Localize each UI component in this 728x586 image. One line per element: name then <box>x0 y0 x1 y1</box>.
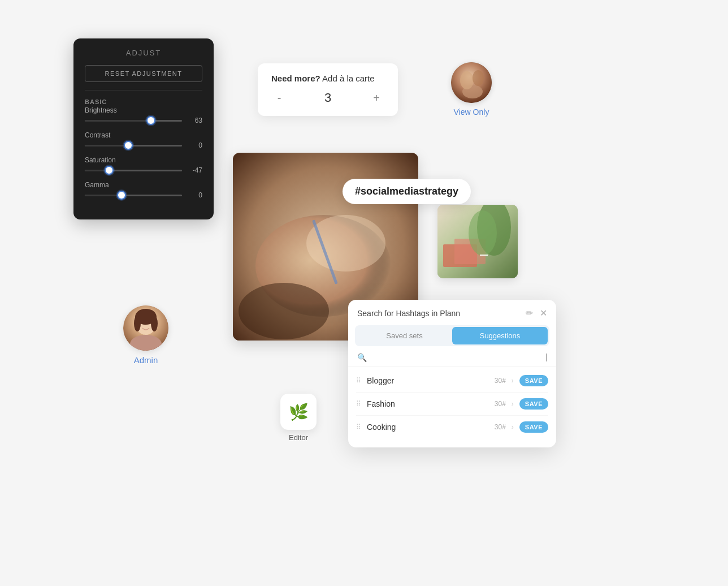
quantity-minus-button[interactable]: - <box>271 90 287 106</box>
contrast-slider-group: Contrast 0 <box>85 131 202 149</box>
hashtag-name-cooking: Cooking <box>367 423 489 432</box>
gamma-label: Gamma <box>85 181 202 189</box>
quantity-plus-button[interactable]: + <box>369 90 384 106</box>
divider <box>85 90 202 91</box>
hashtag-search-input[interactable] <box>371 353 542 362</box>
contrast-track[interactable] <box>85 145 182 146</box>
chevron-cooking[interactable]: › <box>512 423 514 431</box>
close-icon[interactable]: ✕ <box>540 308 547 318</box>
search-icon: 🔍 <box>357 353 367 362</box>
need-more-bold: Need more? <box>271 74 320 83</box>
hashtag-row-fashion: ⠿ Fashion 30# › SAVE <box>348 393 556 415</box>
panel-divider-1 <box>348 367 556 367</box>
saturation-value: -47 <box>187 166 202 174</box>
adjust-panel: ADJUST RESET ADJUSTMENT BASIC Brightness… <box>73 38 214 219</box>
tab-suggestions[interactable]: Suggestions <box>452 327 548 344</box>
drag-icon-cooking: ⠿ <box>356 423 361 431</box>
brightness-value: 63 <box>187 117 202 124</box>
svg-point-6 <box>239 283 329 339</box>
editor-icon-box: 🌿 <box>280 394 317 430</box>
need-more-regular: Add à la carte <box>320 74 375 83</box>
hashtag-name-fashion: Fashion <box>367 399 489 408</box>
svg-point-2 <box>460 71 474 89</box>
small-image-inner <box>437 205 518 278</box>
hashtag-row-cooking: ⠿ Cooking 30# › SAVE <box>348 416 556 438</box>
view-only-card: View Only <box>451 62 492 117</box>
svg-point-13 <box>469 210 497 256</box>
chevron-blogger[interactable]: › <box>512 377 514 385</box>
hashtag-bubble: #socialmediastrategy <box>343 179 471 204</box>
brightness-track[interactable] <box>85 120 182 122</box>
save-button-fashion[interactable]: SAVE <box>519 398 548 410</box>
tab-row: Saved sets Suggestions <box>355 325 549 346</box>
editor-label: Editor <box>289 433 308 442</box>
editor-plant-icon: 🌿 <box>289 403 309 421</box>
basic-label: BASIC <box>85 98 202 105</box>
brightness-label: Brightness <box>85 106 202 114</box>
save-button-blogger[interactable]: SAVE <box>519 375 548 386</box>
contrast-label: Contrast <box>85 131 202 139</box>
adjust-title: ADJUST <box>85 49 202 57</box>
hashtag-text: #socialmediastrategy <box>355 186 458 197</box>
need-more-title: Need more? Add à la carte <box>271 74 384 83</box>
brightness-slider-group: Brightness 63 <box>85 106 202 124</box>
svg-rect-14 <box>480 255 488 256</box>
saturation-label: Saturation <box>85 156 202 164</box>
quantity-value: 3 <box>324 91 331 105</box>
need-more-card: Need more? Add à la carte - 3 + <box>258 63 398 116</box>
svg-point-20 <box>151 316 158 331</box>
saturation-slider-group: Saturation -47 <box>85 156 202 174</box>
hashtag-count-blogger: 30# <box>495 377 506 385</box>
svg-point-3 <box>473 70 484 86</box>
tab-saved-sets[interactable]: Saved sets <box>357 327 452 344</box>
edit-icon[interactable]: ✏ <box>526 308 533 318</box>
hashtag-name-blogger: Blogger <box>367 376 489 385</box>
gamma-track[interactable] <box>85 195 182 196</box>
drag-icon-blogger: ⠿ <box>356 377 361 385</box>
saturation-track[interactable] <box>85 170 182 171</box>
chevron-fashion[interactable]: › <box>512 400 514 408</box>
search-row: 🔍 <box>348 353 556 362</box>
hashtag-row-blogger: ⠿ Blogger 30# › SAVE <box>348 369 556 392</box>
reset-adjustment-button[interactable]: RESET ADJUSTMENT <box>85 65 202 82</box>
gamma-slider-group: Gamma 0 <box>85 181 202 199</box>
view-only-label: View Only <box>454 107 489 117</box>
panel-header: Search for Hashtags in Plann ✏ ✕ <box>348 300 556 325</box>
svg-point-7 <box>306 215 385 272</box>
view-only-avatar <box>451 62 492 103</box>
editor-card: 🌿 Editor <box>280 394 317 442</box>
admin-card: Admin <box>123 305 168 365</box>
drag-icon-fashion: ⠿ <box>356 400 361 408</box>
panel-title: Search for Hashtags in Plann <box>357 309 460 318</box>
admin-avatar <box>123 305 168 351</box>
admin-label: Admin <box>134 355 158 365</box>
hashtag-count-fashion: 30# <box>495 400 506 408</box>
contrast-value: 0 <box>187 141 202 149</box>
svg-point-19 <box>134 316 141 331</box>
save-button-cooking[interactable]: SAVE <box>519 421 548 433</box>
hashtag-count-cooking: 30# <box>495 423 506 431</box>
panel-icons: ✏ ✕ <box>526 308 547 318</box>
hashtag-search-panel: Search for Hashtags in Plann ✏ ✕ Saved s… <box>348 300 556 447</box>
small-image <box>437 205 518 278</box>
gamma-value: 0 <box>187 191 202 199</box>
search-cursor <box>547 354 547 361</box>
